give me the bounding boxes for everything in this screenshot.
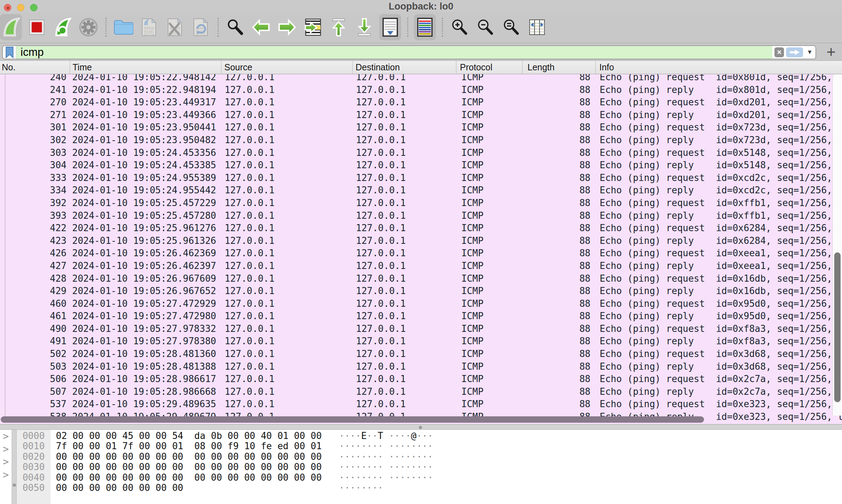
display-filter-value: icmp xyxy=(21,46,44,59)
display-filter-input[interactable]: icmp xyxy=(16,46,772,59)
packet-row[interactable]: 4912024-01-10 19:05:27.978380127.0.0.112… xyxy=(0,335,842,348)
detail-tree-item[interactable]: > xyxy=(0,468,12,481)
packet-destination: 127.0.0.1 xyxy=(352,109,456,122)
packet-row[interactable]: 2402024-01-10 19:05:22.948142127.0.0.112… xyxy=(0,74,842,84)
packet-row[interactable]: 4272024-01-10 19:05:26.462397127.0.0.112… xyxy=(0,260,842,272)
packet-row[interactable]: 4902024-01-10 19:05:27.978332127.0.0.112… xyxy=(0,323,842,335)
horizontal-scrollbar-thumb[interactable] xyxy=(1,416,704,423)
stop-capture-button[interactable] xyxy=(26,14,48,40)
column-header-length[interactable]: Length xyxy=(522,61,595,74)
packet-row[interactable]: 5062024-01-10 19:05:28.986617127.0.0.112… xyxy=(0,373,842,386)
hex-line[interactable]: 003000 00 00 00 00 00 00 00 00 00 00 00 … xyxy=(17,462,842,472)
packet-row[interactable]: 5072024-01-10 19:05:28.986668127.0.0.112… xyxy=(0,386,842,398)
packet-row[interactable]: 5032024-01-10 19:05:28.481388127.0.0.112… xyxy=(0,361,842,373)
packet-time: 2024-01-10 19:05:25.457280 xyxy=(70,210,221,222)
packet-no: 271 xyxy=(0,109,70,122)
packet-source: 127.0.0.1 xyxy=(221,310,352,323)
apply-filter-button[interactable] xyxy=(786,47,803,57)
hex-line[interactable]: 005000 00 00 00 00 00 00 00········ xyxy=(17,483,842,493)
packet-source: 127.0.0.1 xyxy=(221,373,352,386)
packet-row[interactable]: 3922024-01-10 19:05:25.457229127.0.0.112… xyxy=(0,197,842,210)
packet-time: 2024-01-10 19:05:29.489635 xyxy=(70,398,221,411)
column-header-info[interactable]: Info xyxy=(595,61,842,74)
packet-row[interactable]: 4292024-01-10 19:05:26.967652127.0.0.112… xyxy=(0,285,842,298)
packet-row[interactable]: 4602024-01-10 19:05:27.472929127.0.0.112… xyxy=(0,298,842,310)
hex-line[interactable]: 000002 00 00 00 45 00 00 54 da 0b 00 00 … xyxy=(17,431,842,441)
resize-columns-button[interactable] xyxy=(526,14,548,40)
find-packet-button[interactable] xyxy=(224,14,246,40)
packet-row[interactable]: 4232024-01-10 19:05:25.961326127.0.0.112… xyxy=(0,235,842,247)
hex-line[interactable]: 00107f 00 00 01 7f 00 00 01 08 00 f9 10 … xyxy=(17,441,842,451)
vertical-scrollbar-track[interactable] xyxy=(832,74,842,416)
packet-protocol: ICMP xyxy=(456,84,522,96)
go-back-button[interactable] xyxy=(250,14,272,40)
packet-row[interactable]: 5022024-01-10 19:05:28.481360127.0.0.112… xyxy=(0,348,842,361)
add-filter-button[interactable]: + xyxy=(826,43,836,61)
packet-no: 460 xyxy=(0,298,70,310)
packet-source: 127.0.0.1 xyxy=(221,272,352,285)
packet-length: 88 xyxy=(522,74,595,84)
go-forward-button[interactable] xyxy=(276,14,298,40)
packet-protocol: ICMP xyxy=(456,121,522,134)
packet-source: 127.0.0.1 xyxy=(221,235,352,247)
hex-line[interactable]: 004000 00 00 00 00 00 00 00 00 00 00 00 … xyxy=(17,473,842,483)
column-header-time[interactable]: Time xyxy=(70,61,221,74)
zoom-in-button[interactable] xyxy=(449,14,471,40)
go-first-packet-button[interactable] xyxy=(328,14,350,40)
packet-row[interactable]: 4282024-01-10 19:05:26.967609127.0.0.112… xyxy=(0,272,842,285)
packet-time: 2024-01-10 19:05:28.481388 xyxy=(70,361,221,373)
packet-row[interactable]: 2412024-01-10 19:05:22.948194127.0.0.112… xyxy=(0,84,842,96)
clear-filter-button[interactable]: × xyxy=(774,47,784,57)
zoom-out-button[interactable] xyxy=(474,14,496,40)
display-filter-box: icmp × ▼ xyxy=(2,45,816,59)
packet-bytes-pane: 000002 00 00 00 45 00 00 54 da 0b 00 00 … xyxy=(17,430,842,504)
column-header-no[interactable]: No. xyxy=(0,61,70,74)
packet-source: 127.0.0.1 xyxy=(221,197,352,210)
go-to-packet-button[interactable] xyxy=(302,14,324,40)
column-header-protocol[interactable]: Protocol xyxy=(456,61,522,74)
packet-row[interactable]: 2712024-01-10 19:05:23.449366127.0.0.112… xyxy=(0,109,842,122)
packet-row[interactable]: 4262024-01-10 19:05:26.462369127.0.0.112… xyxy=(0,247,842,260)
detail-tree-item[interactable]: > xyxy=(0,430,12,443)
packet-length: 88 xyxy=(522,159,595,172)
packet-length: 88 xyxy=(522,335,595,348)
packet-row[interactable]: 4612024-01-10 19:05:27.472980127.0.0.112… xyxy=(0,310,842,323)
packet-source: 127.0.0.1 xyxy=(221,109,352,122)
detail-tree-item[interactable]: > xyxy=(0,443,12,455)
hex-line[interactable]: 002000 00 00 00 00 00 00 00 00 00 00 00 … xyxy=(17,452,842,462)
filter-bookmark-button[interactable] xyxy=(3,46,16,59)
toolbar-separator xyxy=(105,18,106,37)
magnifier-plus-icon xyxy=(450,18,469,37)
start-capture-button[interactable] xyxy=(0,14,22,40)
capture-options-button[interactable] xyxy=(77,14,99,40)
packet-row[interactable]: 3032024-01-10 19:05:24.453356127.0.0.112… xyxy=(0,147,842,159)
packet-row[interactable]: 5372024-01-10 19:05:29.489635127.0.0.112… xyxy=(0,398,842,411)
zoom-original-button[interactable] xyxy=(500,14,522,40)
packet-row[interactable]: 2702024-01-10 19:05:23.449317127.0.0.112… xyxy=(0,96,842,109)
packet-no: 392 xyxy=(0,197,70,210)
packet-row[interactable]: 3012024-01-10 19:05:23.950441127.0.0.112… xyxy=(0,121,842,134)
packet-row[interactable]: 3342024-01-10 19:05:24.955442127.0.0.112… xyxy=(0,184,842,197)
packet-row[interactable]: 3022024-01-10 19:05:23.950482127.0.0.112… xyxy=(0,134,842,147)
restart-capture-button[interactable] xyxy=(52,14,74,40)
detail-tree-item[interactable]: > xyxy=(0,456,12,468)
packet-row[interactable]: 4222024-01-10 19:05:25.961276127.0.0.112… xyxy=(0,222,842,235)
go-last-packet-button[interactable] xyxy=(353,14,375,40)
details-bytes-splitter[interactable] xyxy=(12,430,17,504)
column-header-source[interactable]: Source xyxy=(221,61,352,74)
filter-history-dropdown[interactable]: ▼ xyxy=(807,49,813,56)
hex-bytes: 00 00 00 00 00 00 00 00 00 00 00 00 00 0… xyxy=(56,473,322,483)
pane-splitter[interactable] xyxy=(0,424,842,430)
vertical-scrollbar-thumb[interactable] xyxy=(834,252,841,402)
packet-destination: 127.0.0.1 xyxy=(352,348,456,361)
packet-time: 2024-01-10 19:05:28.986668 xyxy=(70,386,221,398)
packet-row[interactable]: 3042024-01-10 19:05:24.453385127.0.0.112… xyxy=(0,159,842,172)
column-header-destination[interactable]: Destination xyxy=(352,61,456,74)
colorize-packets-button[interactable] xyxy=(414,14,436,40)
packet-length: 88 xyxy=(522,197,595,210)
packet-destination: 127.0.0.1 xyxy=(352,272,456,285)
packet-row[interactable]: 3332024-01-10 19:05:24.955389127.0.0.112… xyxy=(0,172,842,184)
packet-row[interactable]: 3932024-01-10 19:05:25.457280127.0.0.112… xyxy=(0,210,842,222)
auto-scroll-live-button[interactable] xyxy=(379,14,401,40)
open-capture-file-button[interactable] xyxy=(112,14,134,40)
